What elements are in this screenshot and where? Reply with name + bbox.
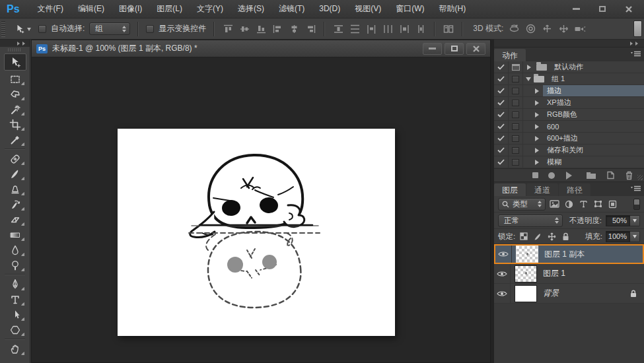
action-label[interactable]: 600+描边	[543, 133, 644, 144]
layer-visibility-toggle[interactable]	[495, 246, 512, 263]
layer-thumbnail[interactable]	[515, 285, 537, 302]
action-check-toggle[interactable]	[494, 133, 509, 144]
delete-button[interactable]	[625, 171, 633, 180]
action-check-toggle[interactable]	[494, 121, 509, 132]
spot-healing-brush-tool[interactable]	[0, 151, 30, 166]
action-set-row[interactable]: 默认动作	[494, 61, 644, 73]
menu-type[interactable]: 文字(Y)	[190, 0, 231, 18]
maximize-button[interactable]	[592, 4, 612, 14]
fill-input[interactable]: 100%	[606, 231, 630, 242]
filter-pixel-layers-button[interactable]	[549, 199, 560, 209]
align-right-edges-button[interactable]	[304, 23, 316, 34]
action-dialog-toggle[interactable]	[509, 97, 523, 108]
action-set-label[interactable]: 组 1	[548, 73, 644, 84]
document-close-button[interactable]	[466, 43, 485, 55]
action-label[interactable]: 描边	[543, 85, 644, 96]
current-tool-preset[interactable]	[12, 24, 34, 34]
blur-tool[interactable]	[0, 242, 30, 257]
3d-scale-camera-button[interactable]	[574, 23, 586, 34]
action-dialog-toggle[interactable]	[509, 85, 523, 96]
toolbar-grip[interactable]	[8, 48, 22, 51]
expand-triangle-icon[interactable]	[535, 88, 542, 94]
history-brush-tool[interactable]	[0, 197, 30, 212]
tab-paths[interactable]: 路径	[559, 183, 590, 196]
canvas[interactable]	[118, 129, 395, 336]
hand-tool[interactable]	[0, 341, 30, 356]
menu-layer[interactable]: 图层(L)	[149, 0, 190, 18]
eyedropper-tool[interactable]	[0, 132, 30, 147]
document-titlebar[interactable]: Ps 未标题-1 @ 100% (图层 1 副本, RGB/8) *	[32, 40, 490, 57]
collapse-triangle-icon[interactable]	[526, 77, 531, 84]
action-set-row[interactable]: 组 1	[494, 73, 644, 85]
opacity-input[interactable]: 50%	[606, 215, 630, 226]
action-check-toggle[interactable]	[494, 73, 509, 84]
action-row[interactable]: 模糊	[494, 156, 644, 168]
menu-3d[interactable]: 3D(D)	[312, 0, 347, 18]
actions-panel-menu-button[interactable]	[631, 51, 641, 57]
distribute-left-edges-button[interactable]	[382, 23, 394, 34]
distribute-vertical-centers-button[interactable]	[349, 23, 361, 34]
tab-actions[interactable]: 动作	[494, 49, 526, 61]
menu-window[interactable]: 窗口(W)	[388, 0, 431, 18]
expand-triangle-icon[interactable]	[535, 112, 542, 117]
action-row[interactable]: 描边	[494, 85, 644, 97]
blend-mode-select[interactable]: 正常	[498, 214, 563, 227]
action-row[interactable]: RGB颜色	[494, 109, 644, 121]
layer-name[interactable]: 图层 1	[543, 268, 565, 279]
action-dialog-toggle[interactable]	[509, 145, 523, 156]
filter-shape-layers-button[interactable]	[592, 199, 604, 209]
filter-type-dropdown[interactable]: 类型	[498, 198, 546, 211]
filter-on-off-switch[interactable]	[633, 199, 640, 210]
auto-align-layers-button[interactable]	[443, 23, 454, 34]
distribute-horizontal-centers-button[interactable]	[398, 23, 410, 34]
action-dialog-toggle[interactable]	[509, 73, 523, 84]
distribute-top-edges-button[interactable]	[332, 23, 344, 34]
expand-triangle-icon[interactable]	[535, 124, 542, 129]
play-button[interactable]	[566, 172, 576, 180]
expand-triangle-icon[interactable]	[535, 160, 542, 165]
distribute-bottom-edges-button[interactable]	[365, 23, 377, 34]
document-restore-button[interactable]	[445, 43, 464, 55]
3d-drag-button[interactable]	[541, 23, 553, 34]
action-row[interactable]: 600	[494, 121, 644, 133]
3d-rotate-button[interactable]	[508, 23, 520, 34]
filter-adjustment-layers-button[interactable]	[563, 199, 575, 209]
lock-pixels-button[interactable]	[532, 232, 543, 242]
action-dialog-toggle[interactable]	[509, 109, 523, 120]
expand-triangle-icon[interactable]	[527, 65, 534, 70]
layer-thumbnail[interactable]	[516, 246, 538, 263]
action-check-toggle[interactable]	[494, 109, 509, 120]
stop-button[interactable]	[532, 172, 538, 178]
action-check-toggle[interactable]	[494, 61, 509, 73]
collapse-panels-button[interactable]	[494, 40, 644, 48]
action-row[interactable]: 600+描边	[494, 133, 644, 145]
action-check-toggle[interactable]	[494, 145, 509, 156]
action-label[interactable]: RGB颜色	[543, 109, 644, 120]
layer-row[interactable]: 图层 1	[494, 264, 644, 284]
record-button[interactable]	[548, 172, 555, 179]
layer-name[interactable]: 图层 1 副本	[544, 249, 585, 260]
path-selection-tool[interactable]	[0, 307, 30, 322]
pen-tool[interactable]	[0, 277, 30, 292]
minimize-button[interactable]	[566, 4, 586, 14]
new-action-button[interactable]	[606, 171, 615, 180]
action-dialog-toggle[interactable]	[509, 61, 523, 73]
tab-layers[interactable]: 图层	[494, 183, 526, 196]
action-row[interactable]: 储存和关闭	[494, 145, 644, 156]
auto-select-checkbox[interactable]	[38, 25, 46, 33]
align-bottom-edges-button[interactable]	[255, 23, 267, 34]
close-button[interactable]	[619, 4, 639, 14]
lock-position-button[interactable]	[546, 232, 557, 242]
menu-image[interactable]: 图像(I)	[112, 0, 149, 18]
dock-scrollbar-thumb[interactable]	[633, 20, 642, 37]
menu-help[interactable]: 帮助(H)	[432, 0, 474, 18]
panel-resize-grip[interactable]	[637, 175, 643, 180]
layer-thumbnail[interactable]	[515, 265, 537, 282]
menu-edit[interactable]: 编辑(E)	[71, 0, 112, 18]
3d-roll-button[interactable]	[524, 23, 536, 34]
rectangular-marquee-tool[interactable]	[0, 71, 30, 86]
new-set-button[interactable]	[586, 172, 596, 180]
action-check-toggle[interactable]	[494, 156, 509, 168]
crop-tool[interactable]	[0, 117, 30, 132]
gradient-tool[interactable]	[0, 227, 30, 242]
